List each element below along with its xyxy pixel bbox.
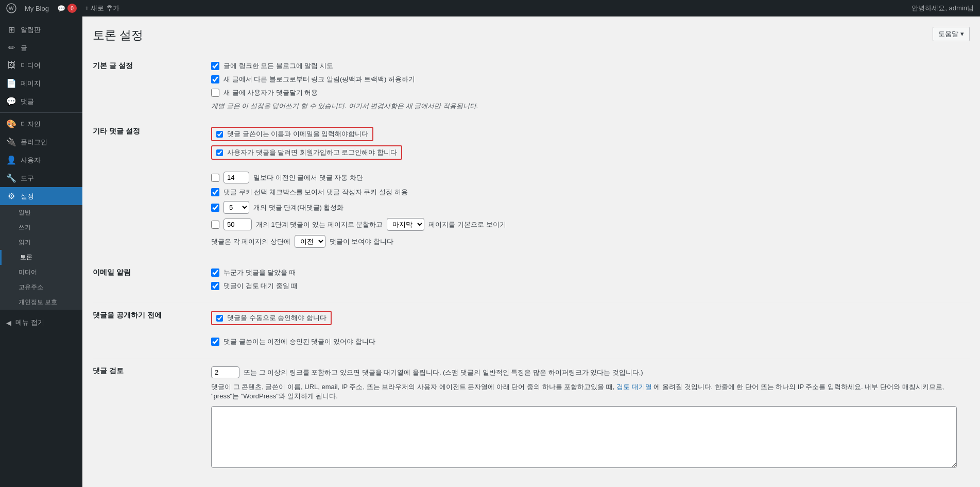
sidebar-label-design: 디자인 [21, 120, 41, 129]
new-post-link[interactable]: + 새로 추가 [85, 4, 119, 13]
dashboard-icon: ⊞ [6, 25, 16, 35]
notify-comment-checkbox[interactable] [211, 268, 219, 277]
greeting-text: 안녕하세요, admin님 [912, 4, 974, 13]
break-comments-suffix: 페이지를 기본으로 보이기 [428, 220, 506, 229]
close-after-row: 일보다 이전인 글에서 댓글 자동 차단 [211, 172, 965, 183]
prev-approved-label[interactable]: 댓글 글쓴이는 이전에 승인된 댓글이 있어야 합니다 [223, 337, 375, 346]
break-comments-checkbox[interactable] [211, 221, 219, 229]
break-comments-label[interactable]: 개의 1단계 댓글이 있는 페이지로 분할하고 [256, 220, 383, 229]
comment-order-select[interactable]: 이전 최신 [295, 235, 325, 248]
threaded-levels-select[interactable]: 5 [223, 201, 249, 214]
spam-links-input[interactable] [211, 366, 239, 378]
close-after-label[interactable]: 일보다 이전인 글에서 댓글 자동 차단 [253, 173, 363, 182]
moderation-words-textarea[interactable] [211, 406, 957, 468]
basic-post-fields: 글에 링크한 모든 블로그에 알림 시도 새 글에서 다른 블로그로부터 링크 … [206, 54, 970, 119]
wp-logo-icon: W [6, 3, 16, 13]
manual-approve-row: 댓글을 수동으로 승인해야 합니다 [211, 311, 332, 325]
notify-all-label[interactable]: 글에 링크한 모든 블로그에 알림 시도 [223, 61, 333, 71]
sidebar-item-plugins[interactable]: 🔌 플러그인 [0, 133, 82, 151]
settings-form: 기본 글 설정 글에 링크한 모든 블로그에 알림 시도 새 글에서 다른 블로… [93, 54, 970, 477]
enable-threaded-label[interactable]: 개의 댓글 단계(대댓글) 활성화 [253, 203, 344, 212]
submenu-media-label: 미디어 [19, 268, 37, 277]
page-title: 토론 설정 [93, 27, 143, 43]
sidebar-item-settings[interactable]: ⚙ 설정 [0, 187, 82, 205]
manual-approve-checkbox[interactable] [216, 315, 223, 322]
require-login-checkbox[interactable] [216, 149, 223, 156]
wp-logo-link[interactable]: W [6, 3, 16, 13]
prev-approved-row: 댓글 글쓴이는 이전에 승인된 댓글이 있어야 합니다 [211, 337, 965, 346]
site-name-link[interactable]: My Blog [25, 5, 49, 12]
submenu-reading[interactable]: 읽기 [0, 235, 82, 250]
basic-post-header: 기본 글 설정 [93, 54, 206, 119]
sidebar-item-media[interactable]: 🖼 미디어 [0, 57, 82, 74]
submenu-discussion[interactable]: 토론 [0, 250, 82, 265]
show-cookies-row: 댓글 쿠키 선택 체크박스를 보여서 댓글 작성자 쿠키 설정 허용 [211, 188, 965, 197]
submenu-general[interactable]: 일반 [0, 205, 82, 220]
email-notifications-fields: 누군가 댓글을 달았을 때 댓글이 검토 대기 중일 때 [206, 260, 970, 303]
notify-comment-label[interactable]: 누군가 댓글을 달았을 때 [223, 268, 296, 277]
plugins-icon: 🔌 [6, 137, 16, 147]
email-notifications-header: 이메일 알림 [93, 260, 206, 303]
break-comments-input[interactable] [223, 219, 252, 230]
comments-link[interactable]: 💬 0 [57, 4, 77, 13]
submenu-privacy[interactable]: 개인정보 보호 [0, 295, 82, 310]
sidebar-item-comments[interactable]: 💬 댓글 [0, 92, 82, 110]
notify-moderation-label[interactable]: 댓글이 검토 대기 중일 때 [223, 281, 298, 291]
menu-separator-1 [0, 112, 82, 113]
show-cookies-checkbox[interactable] [211, 188, 219, 196]
allow-comments-checkbox[interactable] [211, 89, 219, 97]
enable-threaded-checkbox[interactable] [211, 204, 219, 212]
sidebar-item-design[interactable]: 🎨 디자인 [0, 115, 82, 133]
submenu-reading-label: 읽기 [19, 238, 31, 247]
submenu-writing-label: 쓰기 [19, 223, 31, 232]
require-name-email-checkbox[interactable] [216, 131, 223, 138]
page-order-select[interactable]: 마지막 처음 [387, 218, 424, 231]
spam-queue-link[interactable]: 검토 대기열 [616, 383, 652, 391]
show-cookies-label[interactable]: 댓글 쿠키 선택 체크박스를 보여서 댓글 작성자 쿠키 설정 허용 [223, 188, 408, 197]
site-name: My Blog [25, 5, 49, 12]
tools-icon: 🔧 [6, 173, 16, 183]
collapse-label: 메뉴 접기 [15, 318, 44, 327]
notify-moderation-checkbox[interactable] [211, 282, 219, 290]
require-login-label[interactable]: 사용자가 댓글을 달려면 회원가입하고 로그인해야 합니다 [227, 148, 397, 157]
close-after-input[interactable] [223, 172, 249, 183]
submenu-discussion-label: 토론 [20, 253, 32, 262]
allow-notifications-label[interactable]: 새 글에서 다른 블로그로부터 링크 알림(핑백과 트랙백) 허용하기 [223, 75, 415, 84]
collapse-menu-button[interactable]: ◀ 메뉴 접기 [0, 314, 82, 331]
prev-approved-checkbox[interactable] [211, 338, 219, 346]
allow-notifications-checkbox[interactable] [211, 75, 219, 83]
before-publish-fields: 댓글을 수동으로 승인해야 합니다 댓글 글쓴이는 이전에 승인된 댓글이 있어… [206, 303, 970, 359]
sidebar-item-dashboard[interactable]: ⊞ 알림판 [0, 21, 82, 39]
comment-order-prefix: 댓글은 각 페이지의 상단에 [211, 237, 290, 246]
sidebar-item-pages[interactable]: 📄 페이지 [0, 74, 82, 92]
other-comments-row: 기타 댓글 설정 댓글 글쓴이는 이름과 이메일을 입력해야합니다 사용자가 댓… [93, 119, 970, 260]
allow-notifications-row: 새 글에서 다른 블로그로부터 링크 알림(핑백과 트랙백) 허용하기 [211, 75, 965, 84]
submenu-permalinks[interactable]: 고유주소 [0, 280, 82, 295]
sidebar-item-posts[interactable]: ✏ 글 [0, 39, 82, 57]
sidebar-label-comments: 댓글 [21, 97, 34, 106]
manual-approve-label[interactable]: 댓글을 수동으로 승인해야 합니다 [227, 313, 326, 323]
page-header: 토론 설정 도움말 ▾ [93, 27, 970, 43]
break-comments-row: 개의 1단계 댓글이 있는 페이지로 분할하고 마지막 처음 페이지를 기본으로… [211, 218, 965, 231]
require-name-email-label[interactable]: 댓글 글쓴이는 이름과 이메일을 입력해야합니다 [227, 129, 368, 139]
help-button[interactable]: 도움말 ▾ [933, 27, 970, 41]
allow-comments-label[interactable]: 새 글에 사용자가 댓글달기 허용 [223, 88, 318, 97]
comment-order-row: 댓글은 각 페이지의 상단에 이전 최신 댓글이 보여야 합니다 [211, 235, 965, 248]
submenu-writing[interactable]: 쓰기 [0, 220, 82, 235]
close-after-checkbox[interactable] [211, 174, 219, 182]
settings-submenu: 일반 쓰기 읽기 토론 미디어 고유주소 개인정보 보호 [0, 205, 82, 310]
require-login-row: 사용자가 댓글을 달려면 회원가입하고 로그인해야 합니다 [211, 145, 402, 160]
notify-all-checkbox[interactable] [211, 62, 219, 70]
allow-comments-row: 새 글에 사용자가 댓글달기 허용 [211, 88, 965, 97]
users-icon: 👤 [6, 155, 16, 165]
posts-icon: ✏ [6, 43, 16, 53]
submenu-permalinks-label: 고유주소 [19, 283, 43, 292]
settings-table: 기본 글 설정 글에 링크한 모든 블로그에 알림 시도 새 글에서 다른 블로… [93, 54, 970, 477]
main-content: 토론 설정 도움말 ▾ 기본 글 설정 글에 링크한 모든 블로그에 알림 시도 [82, 16, 980, 487]
comment-moderation-fields: 또는 그 이상의 링크를 포함하고 있으면 댓글을 대기열에 올립니다. (스팸… [206, 359, 970, 478]
sidebar-label-media: 미디어 [21, 61, 41, 70]
sidebar-item-users[interactable]: 👤 사용자 [0, 151, 82, 169]
sidebar-item-tools[interactable]: 🔧 도구 [0, 169, 82, 187]
design-icon: 🎨 [6, 119, 16, 129]
submenu-media[interactable]: 미디어 [0, 265, 82, 280]
